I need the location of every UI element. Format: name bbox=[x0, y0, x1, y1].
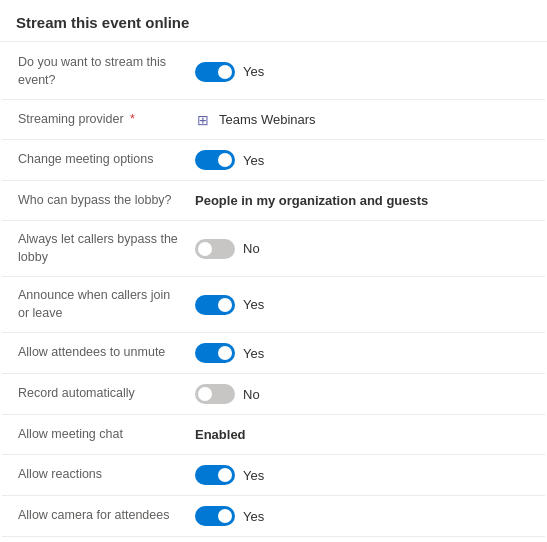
toggle-track[interactable] bbox=[195, 239, 235, 259]
toggle-callers-bypass[interactable]: No bbox=[195, 239, 260, 259]
row-wrapper-teams-url: 🔒Teams URL ▓▓▓▓▓▓▓▓▓▓▓▓▓▓▓▓▓▓▓▓▓▓▓▓▓▓▓▓▓… bbox=[2, 537, 545, 542]
toggle-announce-callers[interactable]: Yes bbox=[195, 295, 264, 315]
label-meeting-chat: Allow meeting chat bbox=[2, 422, 187, 448]
value-allow-unmute[interactable]: Yes bbox=[187, 339, 545, 367]
toggle-label: No bbox=[243, 387, 260, 402]
toggle-thumb bbox=[218, 153, 232, 167]
row-wrapper-allow-unmute: Allow attendees to unmute Yes bbox=[2, 333, 545, 374]
toggle-label: Yes bbox=[243, 64, 264, 79]
toggle-allow-unmute[interactable]: Yes bbox=[195, 343, 264, 363]
label-callers-bypass: Always let callers bypass the lobby bbox=[2, 227, 187, 270]
label-bypass-lobby: Who can bypass the lobby? bbox=[2, 188, 187, 214]
toggle-track[interactable] bbox=[195, 384, 235, 404]
toggle-track[interactable] bbox=[195, 506, 235, 526]
toggle-stream-event[interactable]: Yes bbox=[195, 62, 264, 82]
label-announce-callers: Announce when callers join or leave bbox=[2, 283, 187, 326]
toggle-track[interactable] bbox=[195, 150, 235, 170]
label-change-meeting-options: Change meeting options bbox=[2, 147, 187, 173]
toggle-record-automatically[interactable]: No bbox=[195, 384, 260, 404]
toggle-label: Yes bbox=[243, 153, 264, 168]
row-wrapper-streaming-provider: Streaming provider * ⊞ Teams Webinars bbox=[2, 100, 545, 140]
toggle-thumb bbox=[198, 242, 212, 256]
page-container: Stream this event online Do you want to … bbox=[0, 0, 547, 542]
teams-webinars-icon: ⊞ bbox=[195, 112, 211, 128]
row-wrapper-callers-bypass: Always let callers bypass the lobby No bbox=[2, 221, 545, 277]
toggle-label: No bbox=[243, 241, 260, 256]
toggle-thumb bbox=[218, 346, 232, 360]
value-allow-camera[interactable]: Yes bbox=[187, 502, 545, 530]
value-record-automatically[interactable]: No bbox=[187, 380, 545, 408]
bold-value-meeting-chat: Enabled bbox=[195, 427, 246, 442]
toggle-track[interactable] bbox=[195, 465, 235, 485]
toggle-track[interactable] bbox=[195, 343, 235, 363]
label-stream-event: Do you want to stream this event? bbox=[2, 50, 187, 93]
row-wrapper-meeting-chat: Allow meeting chatEnabled bbox=[2, 415, 545, 455]
label-allow-camera: Allow camera for attendees bbox=[2, 503, 187, 529]
toggle-track[interactable] bbox=[195, 295, 235, 315]
settings-table: Do you want to stream this event? Yes St… bbox=[0, 42, 547, 542]
value-announce-callers[interactable]: Yes bbox=[187, 291, 545, 319]
toggle-label: Yes bbox=[243, 346, 264, 361]
row-wrapper-allow-reactions: Allow reactions Yes bbox=[2, 455, 545, 496]
row-wrapper-change-meeting-options: Change meeting options Yes bbox=[2, 140, 545, 181]
value-streaming-provider: ⊞ Teams Webinars bbox=[187, 108, 545, 132]
toggle-change-meeting-options[interactable]: Yes bbox=[195, 150, 264, 170]
toggle-label: Yes bbox=[243, 468, 264, 483]
toggle-allow-camera[interactable]: Yes bbox=[195, 506, 264, 526]
value-change-meeting-options[interactable]: Yes bbox=[187, 146, 545, 174]
row-wrapper-announce-callers: Announce when callers join or leave Yes bbox=[2, 277, 545, 333]
row-wrapper-bypass-lobby: Who can bypass the lobby?People in my or… bbox=[2, 181, 545, 221]
toggle-label: Yes bbox=[243, 509, 264, 524]
toggle-thumb bbox=[198, 387, 212, 401]
row-wrapper-record-automatically: Record automatically No bbox=[2, 374, 545, 415]
toggle-thumb bbox=[218, 509, 232, 523]
label-allow-unmute: Allow attendees to unmute bbox=[2, 340, 187, 366]
page-title: Stream this event online bbox=[0, 0, 547, 42]
bold-value-bypass-lobby: People in my organization and guests bbox=[195, 193, 428, 208]
provider-name: Teams Webinars bbox=[219, 112, 316, 127]
required-star: * bbox=[127, 112, 135, 126]
value-stream-event[interactable]: Yes bbox=[187, 58, 545, 86]
toggle-allow-reactions[interactable]: Yes bbox=[195, 465, 264, 485]
value-callers-bypass[interactable]: No bbox=[187, 235, 545, 263]
toggle-track[interactable] bbox=[195, 62, 235, 82]
label-allow-reactions: Allow reactions bbox=[2, 462, 187, 488]
value-allow-reactions[interactable]: Yes bbox=[187, 461, 545, 489]
row-wrapper-allow-camera: Allow camera for attendees Yes bbox=[2, 496, 545, 537]
value-meeting-chat: Enabled bbox=[187, 423, 545, 446]
label-record-automatically: Record automatically bbox=[2, 381, 187, 407]
toggle-thumb bbox=[218, 65, 232, 79]
toggle-thumb bbox=[218, 298, 232, 312]
value-bypass-lobby: People in my organization and guests bbox=[187, 189, 545, 212]
label-streaming-provider: Streaming provider * bbox=[2, 107, 187, 133]
toggle-thumb bbox=[218, 468, 232, 482]
toggle-label: Yes bbox=[243, 297, 264, 312]
row-wrapper-stream-event: Do you want to stream this event? Yes bbox=[2, 44, 545, 100]
